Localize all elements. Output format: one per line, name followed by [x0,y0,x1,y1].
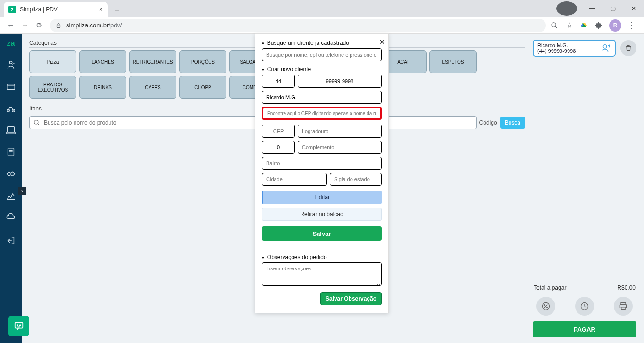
svg-line-16 [38,124,40,125]
pay-button[interactable]: PAGAR [533,321,636,337]
sidebar-waiter-icon[interactable] [3,59,18,72]
modal-close-icon[interactable]: × [379,37,385,47]
svg-point-19 [544,305,545,306]
codigo-label[interactable]: Código [479,119,497,126]
editar-button[interactable]: Editar [262,191,382,204]
history-icon[interactable] [575,297,594,316]
window-close-icon[interactable]: ✕ [623,1,644,16]
browser-titlebar: z Simpliza | PDV × + — ▢ ✕ [0,0,644,17]
window-maximize-icon[interactable]: ▢ [602,1,623,16]
logradouro-input[interactable] [298,125,382,138]
svg-rect-24 [621,307,625,310]
chrome-menu-icon[interactable]: ⋮ [627,21,636,30]
sidebar-logout-icon[interactable] [3,234,18,247]
forward-button: → [18,18,32,33]
complemento-input[interactable] [298,141,382,154]
numero-input[interactable] [262,141,295,154]
svg-rect-4 [7,84,15,90]
client-icon [601,43,611,53]
app-sidebar: za › [0,34,22,343]
product-search-placeholder: Busca pelo nome do produto [44,119,116,126]
svg-rect-0 [57,25,60,27]
window-minimize-icon[interactable]: — [582,1,602,16]
profile-indicator-icon[interactable] [556,1,577,16]
svg-rect-8 [8,127,15,132]
cidade-input[interactable] [262,173,327,186]
sidebar-receipt-icon[interactable] [3,145,18,159]
tab-favicon: z [8,6,16,13]
total-label: Total a pagar [534,284,566,291]
obs-label: Observações do pedido [262,254,382,260]
tab-title: Simpliza | PDV [20,6,58,13]
profile-avatar[interactable]: R [609,19,621,32]
category-drinks[interactable]: DRINKS [79,76,126,99]
lock-icon [56,23,61,28]
url-path: /pdv/ [109,22,122,29]
google-drive-icon[interactable] [580,22,588,29]
back-button[interactable]: ← [4,18,18,33]
bairro-input[interactable] [262,157,382,170]
category-porcoes[interactable]: PORÇÕES [179,50,226,73]
criar-label: Criar novo cliente [262,66,382,73]
total-value: R$0.00 [617,284,636,291]
name-input[interactable] [262,91,382,104]
url-host: simpliza.com.br [66,22,109,29]
uf-input[interactable] [330,173,382,186]
chat-fab[interactable] [8,316,29,336]
sidebar-handshake-icon[interactable] [3,167,18,180]
discount-icon[interactable] [536,297,555,316]
category-refrigerantes[interactable]: REFRIGERANTES [129,50,176,73]
sidebar-cards-icon[interactable] [3,80,18,93]
svg-point-20 [547,307,548,308]
category-pizza[interactable]: Pizza [29,50,76,73]
category-espetos[interactable]: ESPETOS [429,50,477,73]
svg-point-17 [603,45,607,48]
salvar-obs-button[interactable]: Salvar Observação [320,292,382,305]
logo-icon[interactable]: za [3,37,18,50]
busque-label: Busque um cliente já cadastrado [262,40,382,46]
client-phone: (44) 99999-9998 [537,48,576,54]
selected-client-tag[interactable]: Ricardo M.G. (44) 99999-9998 [533,40,616,57]
retirar-button[interactable]: Retirar no balcão [262,208,382,221]
zoom-icon[interactable] [550,21,559,30]
svg-point-1 [552,23,556,27]
sidebar-delivery-icon[interactable] [3,102,18,115]
category-pratos[interactable]: PRATOS EXECUTIVOS [29,76,76,99]
print-icon[interactable] [614,297,633,316]
tab-close-icon[interactable]: × [99,6,103,13]
new-tab-button[interactable]: + [110,4,124,17]
browser-tab[interactable]: z Simpliza | PDV × [4,2,108,17]
salvar-button[interactable]: Salvar [262,226,382,241]
cep-input[interactable] [262,125,295,138]
client-modal: × Busque um cliente já cadastrado Criar … [255,33,389,313]
category-chopp[interactable]: CHOPP [179,76,226,99]
ddd-input[interactable] [262,75,295,88]
svg-point-26 [17,325,18,326]
sidebar-cloud-icon[interactable] [3,210,18,224]
obs-textarea[interactable] [262,262,382,286]
extensions-icon[interactable] [594,21,603,30]
svg-point-27 [20,325,21,326]
svg-point-15 [34,120,38,124]
product-search-input[interactable]: Busca pelo nome do produto [29,116,477,129]
client-name: Ricardo M.G. [537,42,576,48]
sidebar-pos-icon[interactable] [3,124,18,137]
browser-toolbar: ← → ⟳ simpliza.com.br/pdv/ ☆ R ⋮ [0,17,644,34]
phone-input[interactable] [298,75,382,88]
reload-button[interactable]: ⟳ [32,18,46,33]
search-icon [33,119,40,126]
address-bar[interactable]: simpliza.com.br/pdv/ [50,19,546,32]
search-client-input[interactable] [262,48,382,61]
cep-helper-input[interactable] [262,107,382,120]
category-cafes[interactable]: CAFES [129,76,176,99]
clear-client-button[interactable] [620,40,636,56]
svg-rect-9 [7,132,15,134]
sidebar-chart-icon[interactable] [3,189,18,202]
category-lanches[interactable]: LANCHES [79,50,126,73]
svg-point-3 [9,61,12,64]
bookmark-star-icon[interactable]: ☆ [565,21,574,30]
svg-line-2 [555,26,557,28]
busca-button[interactable]: Busca [500,117,525,129]
